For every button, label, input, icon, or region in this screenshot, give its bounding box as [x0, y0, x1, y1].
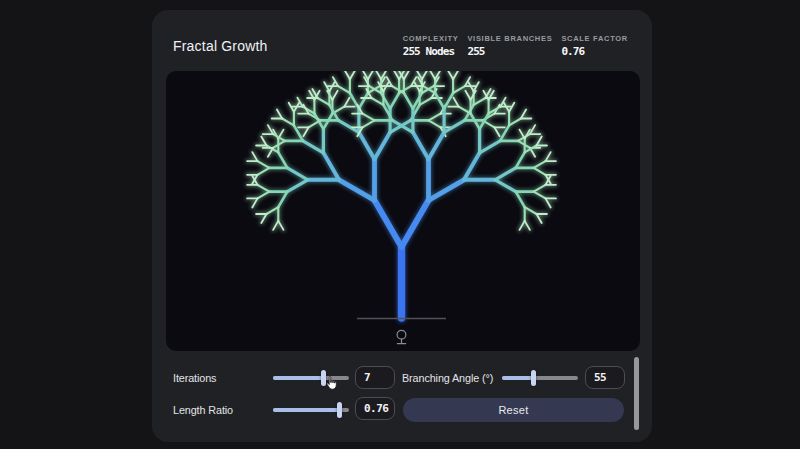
- length-ratio-slider-thumb[interactable]: [337, 402, 342, 418]
- branching-angle-label: Branching Angle (°): [402, 372, 493, 384]
- stat-label: VISIBLE BRANCHES: [467, 34, 552, 43]
- slider-fill: [502, 376, 533, 380]
- branching-angle-value[interactable]: 55: [585, 366, 625, 389]
- fractal-tree: [166, 71, 640, 351]
- controls-panel: Iterations 7 Branching Angle (°) 55 Leng…: [152, 351, 652, 442]
- iterations-value[interactable]: 7: [355, 366, 395, 389]
- stat-value: 0.76: [561, 45, 628, 58]
- reset-button[interactable]: Reset: [403, 398, 624, 422]
- fractal-app-card: Fractal Growth COMPLEXITY 255 Nodes VISI…: [152, 10, 652, 442]
- stat-value: 255 Nodes: [403, 45, 459, 58]
- controls-scrollbar[interactable]: [634, 357, 639, 430]
- stat-complexity: COMPLEXITY 255 Nodes: [403, 34, 459, 58]
- stat-label: COMPLEXITY: [403, 34, 459, 43]
- branching-angle-slider-thumb[interactable]: [531, 370, 536, 386]
- branching-angle-slider[interactable]: [502, 370, 578, 386]
- tree-icon: [397, 330, 406, 343]
- stat-label: SCALE FACTOR: [561, 34, 628, 43]
- page-title: Fractal Growth: [173, 38, 268, 54]
- stat-value: 255: [467, 45, 552, 58]
- fractal-canvas[interactable]: [166, 71, 640, 351]
- app-screen: Fractal Growth COMPLEXITY 255 Nodes VISI…: [0, 0, 800, 449]
- length-ratio-value[interactable]: 0.76: [355, 397, 395, 420]
- length-ratio-label: Length Ratio: [173, 404, 233, 416]
- slider-fill: [273, 376, 323, 380]
- stat-scale-factor: SCALE FACTOR 0.76: [561, 34, 628, 58]
- iterations-label: Iterations: [173, 372, 216, 384]
- stats-bar: COMPLEXITY 255 Nodes VISIBLE BRANCHES 25…: [403, 34, 628, 58]
- stat-visible-branches: VISIBLE BRANCHES 255: [467, 34, 552, 58]
- slider-fill: [273, 408, 339, 412]
- mouse-cursor-hand-icon: [323, 375, 341, 393]
- length-ratio-slider[interactable]: [273, 402, 349, 418]
